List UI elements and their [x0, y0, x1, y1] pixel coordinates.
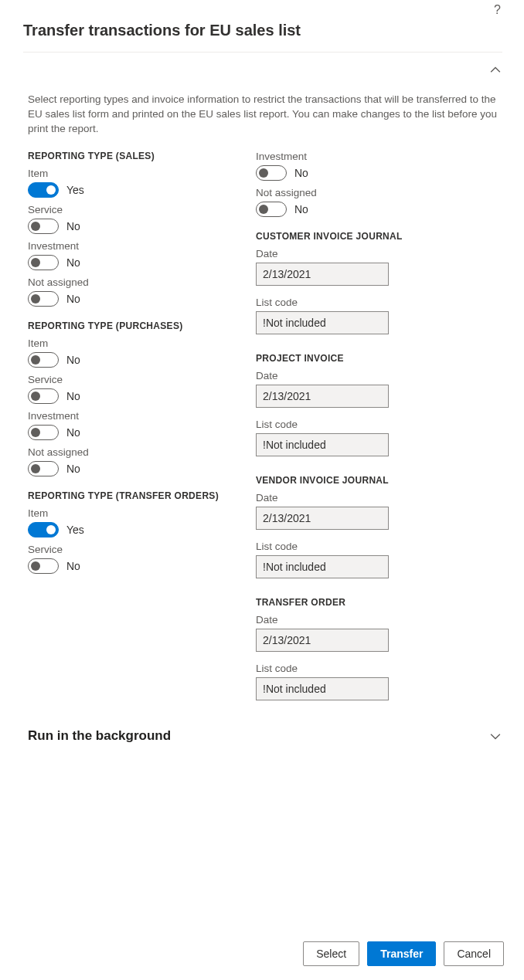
- toggle-value: No: [66, 220, 80, 232]
- toggle-to-investment[interactable]: [256, 165, 287, 181]
- field-label: Not assigned: [256, 187, 476, 198]
- toggle-sales-service[interactable]: [28, 219, 59, 234]
- chevron-down-icon: [490, 731, 501, 741]
- proj-invoice-listcode-input[interactable]: [256, 433, 389, 456]
- field-label: Investment: [28, 410, 248, 422]
- transfer-order-date-input[interactable]: [256, 629, 389, 652]
- vend-invoice-date-input[interactable]: [256, 507, 389, 530]
- toggle-value: No: [66, 560, 80, 572]
- toggle-sales-item[interactable]: [28, 182, 59, 198]
- field-label: List code: [256, 419, 476, 430]
- select-button[interactable]: Select: [303, 941, 359, 966]
- run-in-background-section[interactable]: Run in the background: [28, 728, 501, 744]
- field-label: Item: [28, 168, 248, 179]
- cust-invoice-listcode-input[interactable]: [256, 311, 389, 334]
- field-label: Date: [256, 370, 476, 381]
- section-header-vendinvoice: VENDOR INVOICE JOURNAL: [256, 475, 476, 486]
- toggle-purch-investment[interactable]: [28, 425, 59, 440]
- toggle-value: No: [66, 463, 80, 475]
- field-label: Service: [28, 374, 248, 385]
- cust-invoice-date-input[interactable]: [256, 263, 389, 286]
- field-label: Date: [256, 614, 476, 626]
- toggle-to-notassigned[interactable]: [256, 202, 287, 217]
- cancel-button[interactable]: Cancel: [444, 941, 504, 966]
- toggle-value: Yes: [66, 524, 84, 536]
- transfer-order-listcode-input[interactable]: [256, 677, 389, 700]
- proj-invoice-date-input[interactable]: [256, 385, 389, 408]
- help-icon[interactable]: ?: [494, 3, 501, 14]
- run-in-background-label: Run in the background: [28, 728, 171, 744]
- right-column: Investment No Not assigned No CUSTOMER I…: [256, 148, 476, 705]
- toggle-sales-notassigned[interactable]: [28, 291, 59, 307]
- field-label: Item: [28, 507, 248, 519]
- toggle-purch-notassigned[interactable]: [28, 461, 59, 476]
- field-label: List code: [256, 663, 476, 674]
- toggle-purch-item[interactable]: [28, 352, 59, 368]
- field-label: Service: [28, 544, 248, 555]
- toggle-value: No: [66, 256, 80, 269]
- section-header-transferorder: TRANSFER ORDER: [256, 597, 476, 608]
- toggle-to-service[interactable]: [28, 558, 59, 574]
- field-label: Date: [256, 248, 476, 259]
- field-label: List code: [256, 297, 476, 308]
- field-label: Not assigned: [28, 446, 248, 458]
- field-label: Investment: [256, 151, 476, 162]
- toggle-value: No: [66, 390, 80, 402]
- field-label: List code: [256, 541, 476, 552]
- toggle-value: No: [66, 354, 80, 366]
- toggle-sales-investment[interactable]: [28, 255, 59, 270]
- transfer-button[interactable]: Transfer: [367, 941, 436, 966]
- toggle-value: No: [66, 293, 80, 305]
- toggle-purch-service[interactable]: [28, 388, 59, 404]
- dialog-title: Transfer transactions for EU sales list: [23, 22, 524, 39]
- chevron-up-icon[interactable]: [490, 65, 501, 76]
- dialog-footer: Select Transfer Cancel: [303, 941, 504, 966]
- section-header-projinvoice: PROJECT INVOICE: [256, 353, 476, 364]
- section-header-purchases: REPORTING TYPE (PURCHASES): [28, 320, 248, 331]
- section-header-sales: REPORTING TYPE (SALES): [28, 151, 248, 161]
- toggle-value: Yes: [66, 184, 84, 196]
- field-label: Investment: [28, 240, 248, 252]
- field-label: Service: [28, 204, 248, 215]
- toggle-to-item[interactable]: [28, 522, 59, 537]
- section-header-custinvoice: CUSTOMER INVOICE JOURNAL: [256, 231, 476, 242]
- intro-text: Select reporting types and invoice infor…: [28, 93, 501, 137]
- section-header-transferorders: REPORTING TYPE (TRANSFER ORDERS): [28, 490, 248, 501]
- field-label: Item: [28, 337, 248, 349]
- toggle-value: No: [294, 167, 308, 179]
- toggle-value: No: [66, 426, 80, 439]
- left-column: REPORTING TYPE (SALES) Item Yes Service …: [28, 148, 248, 705]
- vend-invoice-listcode-input[interactable]: [256, 555, 389, 578]
- toggle-value: No: [294, 203, 308, 215]
- field-label: Date: [256, 492, 476, 504]
- field-label: Not assigned: [28, 276, 248, 288]
